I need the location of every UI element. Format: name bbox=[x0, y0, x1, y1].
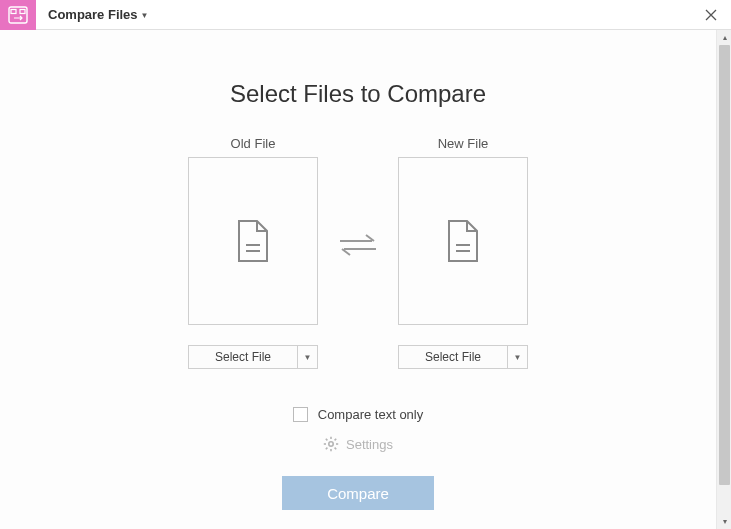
vertical-scrollbar[interactable]: ▴ ▾ bbox=[716, 30, 731, 529]
swap-column bbox=[336, 136, 380, 331]
new-file-label: New File bbox=[438, 136, 489, 151]
old-file-select-dropdown[interactable]: ▼ bbox=[297, 346, 317, 368]
svg-rect-2 bbox=[20, 9, 25, 13]
svg-line-13 bbox=[335, 448, 337, 450]
file-selection-row: Old File Select File ▼ bbox=[0, 136, 716, 369]
svg-rect-1 bbox=[11, 9, 16, 13]
new-file-select-group: Select File ▼ bbox=[398, 345, 528, 369]
svg-point-7 bbox=[329, 442, 333, 446]
compare-app-icon bbox=[8, 6, 28, 24]
close-button[interactable] bbox=[691, 0, 731, 30]
swap-arrows-icon[interactable] bbox=[336, 231, 380, 259]
old-file-dropzone[interactable] bbox=[188, 157, 318, 325]
scroll-down-icon[interactable]: ▾ bbox=[717, 514, 731, 529]
document-icon bbox=[445, 219, 481, 263]
app-title: Compare Files bbox=[48, 7, 138, 22]
old-file-select-group: Select File ▼ bbox=[188, 345, 318, 369]
new-file-select-button[interactable]: Select File bbox=[399, 346, 507, 368]
old-file-select-button[interactable]: Select File bbox=[189, 346, 297, 368]
page-title: Select Files to Compare bbox=[0, 80, 716, 108]
titlebar: Compare Files ▼ bbox=[0, 0, 731, 30]
app-icon bbox=[0, 0, 36, 30]
svg-line-12 bbox=[326, 439, 328, 441]
new-file-column: New File Select File ▼ bbox=[398, 136, 528, 369]
caret-down-icon: ▼ bbox=[141, 11, 149, 20]
scroll-up-icon[interactable]: ▴ bbox=[717, 30, 731, 45]
main-panel: Select Files to Compare Old File Select … bbox=[0, 30, 716, 529]
checkbox-box bbox=[293, 407, 308, 422]
content-area: Select Files to Compare Old File Select … bbox=[0, 30, 731, 529]
new-file-select-dropdown[interactable]: ▼ bbox=[507, 346, 527, 368]
gear-icon bbox=[323, 436, 339, 452]
settings-label: Settings bbox=[346, 437, 393, 452]
compare-text-only-label: Compare text only bbox=[318, 407, 424, 422]
svg-line-14 bbox=[335, 439, 337, 441]
compare-button[interactable]: Compare bbox=[282, 476, 434, 510]
settings-link[interactable]: Settings bbox=[323, 436, 393, 452]
compare-text-only-checkbox[interactable]: Compare text only bbox=[293, 407, 424, 422]
title-dropdown[interactable]: Compare Files ▼ bbox=[36, 0, 161, 29]
scrollbar-thumb[interactable] bbox=[719, 45, 730, 485]
old-file-column: Old File Select File ▼ bbox=[188, 136, 318, 369]
document-icon bbox=[235, 219, 271, 263]
old-file-label: Old File bbox=[231, 136, 276, 151]
options-section: Compare text only Sett bbox=[0, 407, 716, 529]
new-file-dropzone[interactable] bbox=[398, 157, 528, 325]
svg-line-15 bbox=[326, 448, 328, 450]
close-icon bbox=[705, 9, 717, 21]
